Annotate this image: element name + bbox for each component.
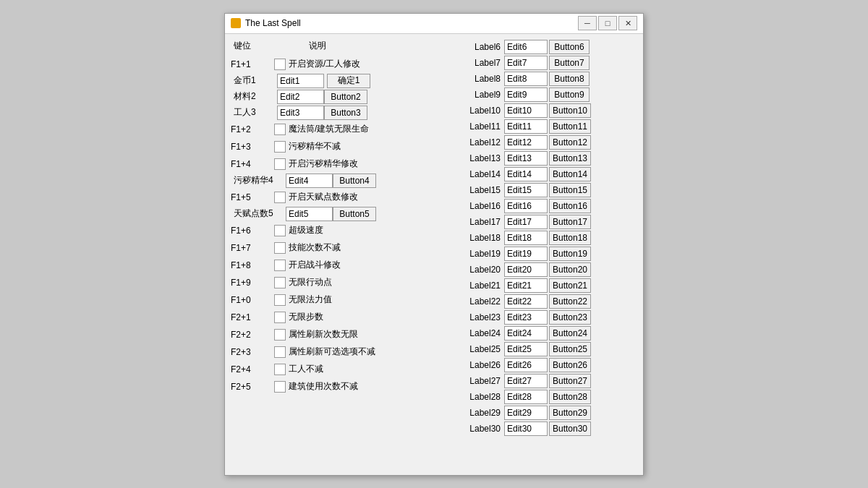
right-edit-26[interactable] [504, 358, 548, 372]
edit-input-5[interactable] [286, 207, 333, 221]
right-edit-30[interactable] [504, 421, 548, 436]
confirm-button-1[interactable]: 确定1 [327, 74, 370, 88]
right-button-7[interactable]: Button7 [549, 56, 590, 70]
right-edit-17[interactable] [504, 215, 548, 229]
right-edit-23[interactable] [504, 310, 548, 325]
right-button-16[interactable]: Button16 [549, 199, 591, 213]
right-button-17[interactable]: Button17 [549, 215, 591, 229]
checkbox-f2-2[interactable] [274, 329, 286, 341]
hotkey-row-f1-3: F1+3 污秽精华不减 [231, 139, 462, 155]
hotkey-desc-f2-5: 建筑使用次数不减 [289, 380, 358, 393]
hotkey-row-f1-9: F1+9 无限行动点 [231, 275, 462, 291]
checkbox-f1-1[interactable] [274, 59, 286, 70]
right-button-27[interactable]: Button27 [549, 374, 591, 388]
app-icon [231, 18, 241, 28]
checkbox-f1-9[interactable] [274, 277, 286, 288]
action-button-3[interactable]: Button3 [324, 106, 367, 120]
right-label-8: Label8 [468, 74, 503, 84]
right-button-25[interactable]: Button25 [549, 342, 591, 356]
right-label-9: Label9 [468, 90, 503, 100]
minimize-button[interactable]: ─ [578, 16, 597, 30]
right-edit-20[interactable] [504, 262, 548, 277]
right-edit-18[interactable] [504, 231, 548, 245]
edit-input-2[interactable] [277, 90, 324, 104]
right-button-28[interactable]: Button28 [549, 390, 591, 404]
hotkey-key-f2-4: F2+4 [231, 364, 274, 374]
left-panel: 键位 说明 F1+1 开启资源/工人修改 金币1 确定1 材料2 Button2 [231, 40, 462, 437]
right-button-9[interactable]: Button9 [549, 87, 590, 102]
checkbox-f1-0[interactable] [274, 294, 286, 306]
checkbox-f2-5[interactable] [274, 381, 286, 393]
edit-input-4[interactable] [286, 174, 333, 188]
checkbox-f1-3[interactable] [274, 141, 286, 153]
right-edit-9[interactable] [504, 87, 548, 102]
window-controls: ─ □ ✕ [578, 16, 637, 30]
hotkey-desc-f2-2: 属性刷新次数无限 [289, 328, 358, 341]
right-button-8[interactable]: Button8 [549, 72, 590, 86]
right-button-12[interactable]: Button12 [549, 135, 591, 150]
checkbox-f2-4[interactable] [274, 364, 286, 375]
checkbox-f1-4[interactable] [274, 158, 286, 170]
edit-input-1[interactable] [277, 74, 324, 88]
right-edit-16[interactable] [504, 199, 548, 213]
right-button-23[interactable]: Button23 [549, 310, 591, 325]
right-button-13[interactable]: Button13 [549, 151, 591, 166]
right-edit-7[interactable] [504, 56, 548, 70]
right-button-14[interactable]: Button14 [549, 167, 591, 181]
sub-row-worker: 工人3 Button3 [231, 106, 462, 120]
right-button-30[interactable]: Button30 [549, 421, 591, 436]
right-button-18[interactable]: Button18 [549, 231, 591, 245]
right-row-13: Label13Button13 [468, 151, 637, 166]
right-label-12: Label12 [468, 137, 503, 147]
right-edit-13[interactable] [504, 151, 548, 166]
right-button-15[interactable]: Button15 [549, 183, 591, 197]
right-button-21[interactable]: Button21 [549, 278, 591, 293]
right-edit-29[interactable] [504, 406, 548, 420]
right-edit-21[interactable] [504, 278, 548, 293]
right-button-24[interactable]: Button24 [549, 326, 591, 341]
right-button-29[interactable]: Button29 [549, 406, 591, 420]
right-edit-8[interactable] [504, 72, 548, 86]
right-edit-28[interactable] [504, 390, 548, 404]
maximize-button[interactable]: □ [598, 16, 617, 30]
edit-input-3[interactable] [277, 106, 324, 120]
right-edit-25[interactable] [504, 342, 548, 356]
checkbox-f2-3[interactable] [274, 346, 286, 358]
close-button[interactable]: ✕ [618, 16, 637, 30]
right-button-11[interactable]: Button11 [549, 119, 591, 134]
right-button-20[interactable]: Button20 [549, 262, 591, 277]
right-button-19[interactable]: Button19 [549, 247, 591, 261]
checkbox-f1-6[interactable] [274, 225, 286, 236]
right-edit-6[interactable] [504, 40, 548, 54]
checkbox-f2-1[interactable] [274, 312, 286, 323]
action-button-5[interactable]: Button5 [333, 207, 376, 221]
right-edit-10[interactable] [504, 103, 548, 118]
right-edit-19[interactable] [504, 247, 548, 261]
right-edit-12[interactable] [504, 135, 548, 150]
right-label-18: Label18 [468, 233, 503, 243]
right-button-26[interactable]: Button26 [549, 358, 591, 372]
checkbox-f1-5[interactable] [274, 192, 286, 203]
right-edit-24[interactable] [504, 326, 548, 341]
checkbox-f1-8[interactable] [274, 260, 286, 271]
hotkey-key-f2-1: F2+1 [231, 312, 274, 322]
right-edit-11[interactable] [504, 119, 548, 134]
sub-label-material: 材料2 [234, 90, 277, 103]
right-button-10[interactable]: Button10 [549, 103, 591, 118]
right-button-22[interactable]: Button22 [549, 294, 591, 309]
right-button-6[interactable]: Button6 [549, 40, 590, 54]
sub-label-tianfu: 天赋点数5 [234, 207, 286, 220]
right-edit-27[interactable] [504, 374, 548, 388]
right-edit-15[interactable] [504, 183, 548, 197]
right-edit-22[interactable] [504, 294, 548, 309]
checkbox-f1-2[interactable] [274, 124, 286, 135]
right-label-11: Label11 [468, 121, 503, 132]
hotkey-key-f1-1: F1+1 [231, 59, 274, 69]
right-edit-14[interactable] [504, 167, 548, 181]
action-button-2[interactable]: Button2 [324, 90, 367, 104]
checkbox-f1-7[interactable] [274, 242, 286, 254]
right-label-19: Label19 [468, 249, 503, 259]
action-button-4[interactable]: Button4 [333, 174, 376, 188]
hotkey-row-f2-5: F2+5 建筑使用次数不减 [231, 379, 462, 395]
window-title: The Last Spell [245, 18, 574, 28]
